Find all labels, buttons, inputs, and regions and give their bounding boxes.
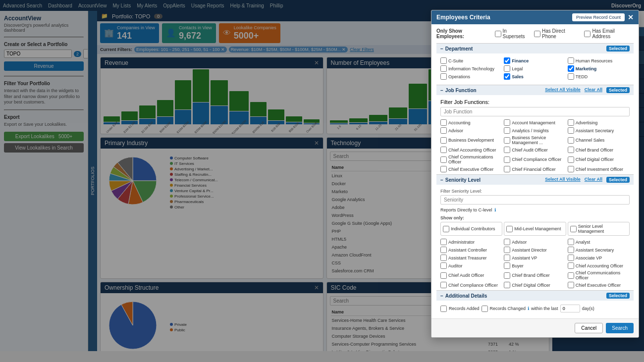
dept-checkbox[interactable] [440,65,447,72]
jf-item[interactable]: Chief Executive Officer [440,166,502,172]
seniority-item[interactable]: Chief Digital Officer [504,282,566,288]
jf-checkbox[interactable] [504,127,510,134]
seniority-item[interactable]: Chief Accounting Officer [568,262,630,269]
jf-checkbox[interactable] [568,156,574,163]
seniority-checkbox[interactable] [568,255,574,261]
seniority-clear-all[interactable]: Clear All [585,177,602,183]
records-changed-checkbox[interactable] [482,306,488,312]
jf-item[interactable]: Channel Sales [568,135,630,145]
jf-checkbox[interactable] [568,166,574,172]
jf-item[interactable]: Chief Brand Officer [568,147,630,153]
seniority-checkbox[interactable] [504,272,510,279]
job-function-section-header[interactable]: − Job Function Select All Visible Clear … [436,85,634,95]
jf-checkbox[interactable] [504,119,510,126]
dept-checkbox[interactable] [440,73,447,80]
jf-select-all-visible[interactable]: Select All Visible [545,87,581,93]
seniority-checkbox[interactable] [440,262,447,269]
dept-item[interactable]: Sales [504,73,566,80]
senior-level-checkbox[interactable] [570,226,577,232]
seniority-checkbox[interactable] [568,272,574,279]
seniority-item[interactable]: Associate VP [568,255,630,261]
seniority-checkbox[interactable] [568,239,574,245]
seniority-item[interactable]: Assistant Secretary [568,247,630,253]
seniority-item[interactable]: Assistant VP [504,255,566,261]
seniority-checkbox[interactable] [504,255,510,261]
seniority-item[interactable]: Chief Audit Officer [440,270,502,280]
checkbox-in-supersets[interactable]: In Supersets [495,28,530,39]
seniority-checkbox[interactable] [440,282,447,288]
jf-checkbox[interactable] [504,147,510,153]
jf-item[interactable]: Account Management [504,119,566,126]
jf-checkbox[interactable] [440,119,447,126]
seniority-input[interactable] [440,195,630,205]
department-section-header[interactable]: − Department Selected [436,43,634,53]
additional-details-header[interactable]: − Additional Details Selected [436,290,634,301]
seniority-checkbox[interactable] [568,262,574,269]
jf-item[interactable]: Chief Audit Officer [504,147,566,153]
seniority-item[interactable]: Chief Compliance Officer [440,282,502,288]
jf-checkbox[interactable] [440,137,447,144]
seniority-item[interactable]: Chief Communications Officer [568,270,630,280]
dept-item[interactable]: Legal [504,65,566,72]
dept-item[interactable]: TEDD [568,73,630,80]
seniority-checkbox[interactable] [568,282,574,288]
dept-item[interactable]: C-Suite [440,57,502,64]
email-address-checkbox[interactable] [584,31,590,37]
jf-checkbox[interactable] [568,119,574,126]
modal-close-button[interactable]: ✕ [628,13,634,21]
show-individual-contributors[interactable]: Individual Contributors [440,222,502,236]
dept-item[interactable]: Information Technology [440,65,502,72]
jf-item[interactable]: Assistant Secretary [568,127,630,134]
jf-item[interactable]: Analytics / Insights [504,127,566,134]
jf-checkbox[interactable] [504,156,510,163]
seniority-select-all-visible[interactable]: Select All Visible [545,177,581,183]
cancel-button[interactable]: Cancel [575,323,603,333]
jf-item[interactable]: Advertising [568,119,630,126]
dept-checkbox[interactable] [440,57,447,64]
seniority-checkbox[interactable] [504,247,510,253]
seniority-checkbox[interactable] [440,247,447,253]
seniority-checkbox[interactable] [440,272,447,279]
jf-checkbox[interactable] [504,166,510,172]
jf-checkbox[interactable] [440,127,447,134]
dept-item[interactable]: Operations [440,73,502,80]
seniority-checkbox[interactable] [440,255,447,261]
jf-item[interactable]: Chief Compliance Officer [504,155,566,164]
seniority-checkbox[interactable] [504,262,510,269]
dept-item[interactable]: Human Resources [568,57,630,64]
dept-checkbox[interactable] [504,57,510,64]
records-added-checkbox[interactable] [440,306,447,312]
show-mid-level[interactable]: Mid-Level Management [504,222,566,236]
jf-checkbox[interactable] [568,127,574,134]
jf-item[interactable]: Accounting [440,119,502,126]
search-button[interactable]: Search [606,323,634,333]
dept-item[interactable]: Marketing [568,65,630,72]
seniority-item[interactable]: Auditor [440,262,502,269]
in-supersets-checkbox[interactable] [495,31,501,37]
seniority-item[interactable]: Buyer [504,262,566,269]
seniority-checkbox[interactable] [440,239,447,245]
seniority-item[interactable]: Chief Executive Officer [568,282,630,288]
seniority-item[interactable]: Advisor [504,239,566,245]
dept-checkbox[interactable] [504,73,510,80]
jf-item[interactable]: Advisor [440,127,502,134]
seniority-item[interactable]: Administrator [440,239,502,245]
seniority-section-header[interactable]: − Seniority Level Select All Visible Cle… [436,174,634,185]
dept-checkbox[interactable] [568,73,574,80]
days-input[interactable] [560,305,580,312]
jf-item[interactable]: Business Development [440,135,502,145]
jf-checkbox[interactable] [568,147,574,153]
dept-checkbox[interactable] [504,65,510,72]
jf-checkbox[interactable] [504,137,510,144]
checkbox-email-address[interactable]: Has Email Address [584,28,634,39]
seniority-item[interactable]: Analyst [568,239,630,245]
dept-checkbox[interactable] [568,57,574,64]
jf-checkbox[interactable] [568,137,574,144]
jf-item[interactable]: Business Service Management ... [504,135,566,145]
jf-item[interactable]: Chief Digital Officer [568,155,630,164]
seniority-item[interactable]: Chief Brand Officer [504,270,566,280]
dept-checkbox[interactable] [568,65,574,72]
dept-item[interactable]: Finance [504,57,566,64]
jf-clear-all[interactable]: Clear All [585,87,602,93]
jf-item[interactable]: Chief Financial Officer [504,166,566,172]
